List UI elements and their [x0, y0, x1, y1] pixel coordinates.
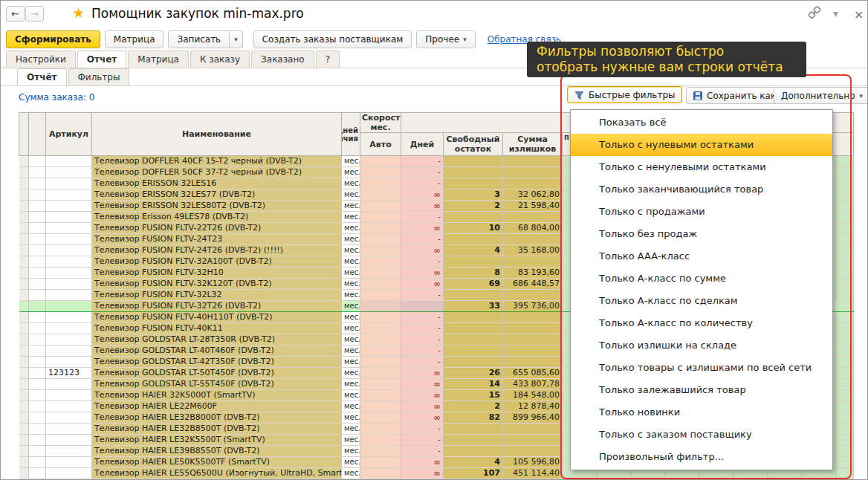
cell-unit[interactable]: мес.: [342, 390, 360, 401]
cell-auto[interactable]: [360, 245, 401, 256]
cell-article[interactable]: [46, 401, 92, 412]
cell-article[interactable]: [46, 446, 92, 457]
row-margin-cell[interactable]: [19, 446, 29, 457]
row-margin-cell[interactable]: [19, 156, 29, 167]
menu-item[interactable]: Только А-класс по количеству: [571, 312, 832, 334]
tab-main-6[interactable]: ?: [316, 51, 340, 68]
write-dropdown-button[interactable]: ▾: [229, 30, 243, 48]
row-margin-cell[interactable]: [19, 279, 29, 290]
row-select-cell[interactable]: [29, 234, 46, 245]
cell-unit[interactable]: мес.: [342, 468, 360, 479]
cell-name[interactable]: Телевизор FUSION FLTV-40K11: [92, 323, 342, 334]
cell-article[interactable]: [46, 189, 92, 201]
cell-article[interactable]: [46, 334, 92, 346]
cell-days[interactable]: ∞: [401, 223, 444, 234]
row-margin-cell[interactable]: [19, 468, 29, 479]
cell-free[interactable]: 15: [444, 390, 503, 401]
cell-auto[interactable]: [360, 256, 401, 267]
write-button[interactable]: Записать: [168, 30, 230, 48]
row-select-cell[interactable]: [29, 412, 46, 424]
cell-free[interactable]: 3: [444, 189, 503, 201]
cell-free[interactable]: 4: [444, 245, 503, 256]
cell-free[interactable]: [444, 156, 503, 167]
cell-excess[interactable]: [503, 357, 563, 368]
menu-item[interactable]: Только с нулевыми остатками: [571, 134, 832, 156]
tab-main-1[interactable]: Настройки: [6, 51, 76, 68]
cell-free[interactable]: [444, 435, 503, 446]
cell-auto[interactable]: [360, 334, 401, 346]
cell-unit[interactable]: мес.: [342, 401, 360, 412]
cell-free[interactable]: [444, 256, 503, 267]
more-button[interactable]: Прочее ▾: [416, 30, 475, 48]
menu-item[interactable]: Произвольный фильтр...: [571, 446, 832, 468]
cell-days[interactable]: -: [401, 256, 444, 267]
chevron-down-icon[interactable]: ▾: [833, 7, 838, 19]
cell-auto[interactable]: [360, 368, 401, 379]
cell-days[interactable]: -: [401, 435, 444, 446]
cell-unit[interactable]: мес.: [342, 223, 360, 234]
cell-days[interactable]: -: [401, 156, 444, 167]
row-margin-cell[interactable]: [19, 212, 29, 223]
cell-auto[interactable]: [360, 446, 401, 457]
cell-days[interactable]: -: [401, 446, 444, 457]
cell-auto[interactable]: [360, 401, 401, 412]
menu-item[interactable]: Только AAA-класс: [571, 245, 832, 267]
cell-free[interactable]: [444, 167, 503, 178]
cell-name[interactable]: Телевизор HAIER 32K5000T (SmartTV): [92, 390, 342, 401]
cell-article[interactable]: [46, 256, 92, 267]
cell-days[interactable]: -: [401, 312, 444, 323]
cell-name[interactable]: Телевизор ERISSON 32LES16: [92, 178, 342, 189]
cell-name[interactable]: Телевизор HAIER LE32B8500T (DVB-T2): [92, 424, 342, 435]
row-margin-cell[interactable]: [19, 457, 29, 468]
row-margin-cell[interactable]: [19, 435, 29, 446]
cell-free[interactable]: [444, 234, 503, 245]
row-margin-cell[interactable]: [19, 334, 29, 346]
row-select-cell[interactable]: [29, 279, 46, 290]
cell-excess[interactable]: [503, 156, 563, 167]
cell-auto[interactable]: [360, 234, 401, 245]
cell-name[interactable]: Телевизор FUSION FLTV-32L32: [92, 290, 342, 301]
cell-auto[interactable]: [360, 323, 401, 334]
cell-free[interactable]: [444, 424, 503, 435]
cell-excess[interactable]: 395 736,00: [503, 301, 563, 312]
cell-name[interactable]: Телевизор DOFFLER 40CF 15-T2 черный (DVB…: [92, 156, 342, 167]
cell-name[interactable]: Телевизор GOLDSTAR LT-40T460F (DVB-T2): [92, 346, 342, 357]
cell-free[interactable]: [444, 178, 503, 189]
cell-article[interactable]: [46, 212, 92, 223]
cell-auto[interactable]: [360, 201, 401, 212]
cell-unit[interactable]: мес.: [342, 201, 360, 212]
cell-unit[interactable]: мес.: [342, 245, 360, 256]
cell-excess[interactable]: 686 448,57: [503, 279, 563, 290]
cell-auto[interactable]: [360, 279, 401, 290]
cell-article[interactable]: [46, 346, 92, 357]
cell-unit[interactable]: мес.: [342, 279, 360, 290]
cell-article[interactable]: [46, 223, 92, 234]
row-select-cell[interactable]: [29, 256, 46, 267]
row-select-cell[interactable]: [29, 424, 46, 435]
tab-main-3[interactable]: Матрица: [128, 51, 189, 68]
cell-auto[interactable]: [360, 156, 401, 167]
row-margin-cell[interactable]: [19, 167, 29, 178]
cell-name[interactable]: Телевизор HAIER LE50K5500TF (SmartTV): [92, 457, 342, 468]
cell-excess[interactable]: 899 966,40: [503, 412, 563, 424]
cell-days[interactable]: -: [401, 290, 444, 301]
cell-excess[interactable]: 32 062,80: [503, 189, 563, 201]
cell-article[interactable]: [46, 167, 92, 178]
cell-name[interactable]: Телевизор HAIER LE55Q6500U (Изогнутый, U…: [92, 468, 342, 479]
row-select-cell[interactable]: [29, 357, 46, 368]
menu-item[interactable]: Только с заказом поставщику: [571, 424, 832, 446]
back-button[interactable]: ←: [6, 6, 25, 22]
cell-auto[interactable]: [360, 424, 401, 435]
cell-free[interactable]: 82: [444, 412, 503, 424]
row-select-cell[interactable]: [29, 368, 46, 379]
menu-item[interactable]: Только А-класс по сумме: [571, 267, 832, 290]
cell-unit[interactable]: мес.: [342, 256, 360, 267]
row-margin-cell[interactable]: [19, 379, 29, 390]
cell-free[interactable]: [444, 346, 503, 357]
cell-auto[interactable]: [360, 412, 401, 424]
row-margin-cell[interactable]: [19, 234, 29, 245]
cell-days[interactable]: ∞: [401, 279, 444, 290]
cell-name[interactable]: Телевизор HAIER LE32B8000T (DVB-T2): [92, 412, 342, 424]
cell-days[interactable]: -: [401, 234, 444, 245]
cell-name[interactable]: Телевизор FUSION FLTV-32H10: [92, 267, 342, 279]
